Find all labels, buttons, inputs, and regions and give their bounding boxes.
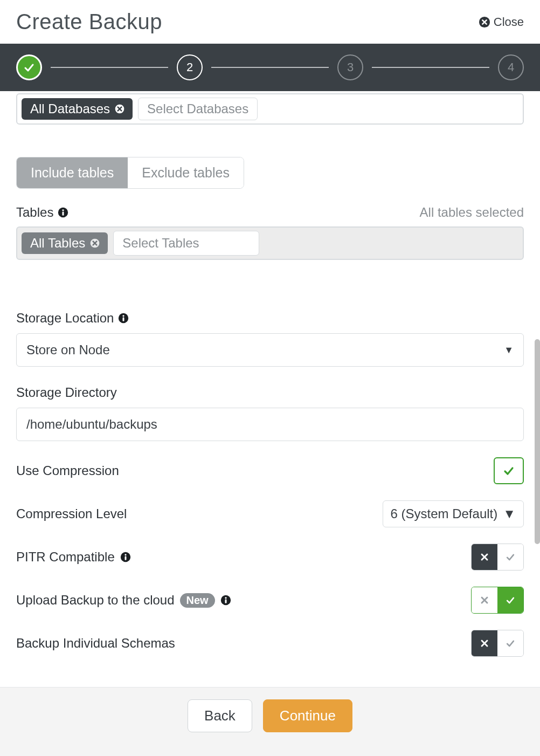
step-1-done[interactable] — [16, 54, 42, 80]
remove-chip-icon[interactable] — [114, 104, 125, 114]
svg-point-10 — [124, 554, 126, 555]
tables-mode-toggle[interactable]: Include tables Exclude tables — [16, 157, 244, 189]
info-icon[interactable] — [118, 313, 129, 324]
tables-placeholder[interactable]: Select Tables — [113, 231, 259, 256]
toggle-off[interactable] — [472, 587, 497, 613]
tab-include-tables[interactable]: Include tables — [17, 157, 128, 188]
svg-rect-8 — [123, 317, 124, 321]
toggle-off[interactable] — [472, 630, 497, 656]
storage-location-select[interactable]: Store on Node ▼ — [16, 333, 524, 367]
chevron-down-icon: ▼ — [504, 345, 514, 356]
upload-cloud-toggle[interactable] — [471, 587, 524, 614]
toggle-on[interactable] — [497, 544, 523, 570]
storage-directory-input[interactable] — [16, 408, 524, 441]
toggle-on[interactable] — [497, 587, 523, 613]
close-button[interactable]: Close — [479, 15, 524, 29]
upload-cloud-label: Upload Backup to the cloud — [16, 593, 175, 608]
remove-chip-icon[interactable] — [89, 238, 100, 249]
svg-rect-4 — [63, 211, 64, 216]
scrollbar[interactable] — [535, 339, 540, 544]
svg-rect-14 — [225, 599, 226, 603]
new-badge: New — [180, 593, 215, 608]
step-3[interactable]: 3 — [337, 54, 363, 80]
svg-point-7 — [123, 315, 124, 317]
tables-summary: All tables selected — [420, 205, 524, 220]
use-compression-toggle[interactable] — [494, 457, 524, 484]
close-label: Close — [494, 15, 524, 29]
wizard-footer: Back Continue — [0, 687, 540, 756]
tables-label: Tables — [16, 205, 53, 220]
form-content: All Databases Select Databases Include t… — [0, 91, 540, 687]
toggle-on[interactable] — [497, 630, 523, 656]
info-icon[interactable] — [58, 207, 68, 218]
toggle-off[interactable] — [472, 544, 497, 570]
info-icon[interactable] — [120, 552, 131, 562]
step-4[interactable]: 4 — [498, 54, 524, 80]
step-2-current[interactable]: 2 — [177, 54, 203, 80]
databases-select[interactable]: All Databases Select Databases — [16, 93, 524, 125]
storage-location-label: Storage Location — [16, 311, 524, 326]
step-line — [211, 67, 329, 68]
tables-select[interactable]: All Tables Select Tables — [16, 226, 524, 260]
compression-level-label: Compression Level — [16, 506, 127, 521]
compression-level-select[interactable]: 6 (System Default) ▼ — [383, 500, 524, 527]
modal-header: Create Backup Close — [0, 0, 540, 44]
page-title: Create Backup — [16, 10, 162, 34]
info-icon[interactable] — [220, 595, 231, 606]
databases-placeholder[interactable]: Select Databases — [138, 98, 258, 120]
svg-point-13 — [225, 597, 226, 599]
storage-directory-label: Storage Directory — [16, 385, 524, 400]
back-button[interactable]: Back — [188, 699, 252, 732]
pitr-label: PITR Compatible — [16, 549, 115, 565]
tab-exclude-tables[interactable]: Exclude tables — [128, 157, 244, 188]
chip-all-databases[interactable]: All Databases — [22, 98, 133, 120]
chevron-down-icon: ▼ — [503, 506, 516, 521]
continue-button[interactable]: Continue — [263, 699, 352, 732]
tables-label-row: Tables All tables selected — [16, 205, 524, 220]
close-icon — [479, 16, 490, 28]
pitr-toggle[interactable] — [471, 544, 524, 571]
individual-schemas-toggle[interactable] — [471, 630, 524, 657]
chip-all-tables[interactable]: All Tables — [22, 232, 108, 254]
step-line — [372, 67, 489, 68]
svg-rect-11 — [124, 556, 126, 560]
svg-point-3 — [63, 209, 64, 211]
wizard-stepper: 2 3 4 — [0, 44, 540, 91]
individual-schemas-label: Backup Individual Schemas — [16, 636, 175, 651]
step-line — [51, 67, 168, 68]
use-compression-label: Use Compression — [16, 463, 119, 478]
